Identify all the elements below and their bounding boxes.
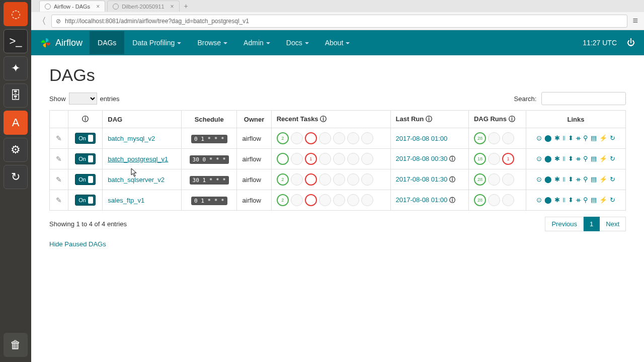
- last-run-link[interactable]: 2017-08-08 01:00: [396, 135, 448, 142]
- action-icon[interactable]: ✱: [554, 175, 560, 184]
- status-circle[interactable]: 1: [305, 153, 317, 165]
- action-icon[interactable]: ⊙: [536, 134, 542, 142]
- nav-browse[interactable]: Browse: [189, 31, 235, 54]
- status-circle[interactable]: [502, 194, 514, 206]
- status-circle[interactable]: [347, 194, 359, 206]
- status-circle[interactable]: 2: [277, 173, 289, 186]
- software-icon[interactable]: A: [4, 111, 28, 135]
- edit-icon[interactable]: ✎: [56, 134, 62, 142]
- schedule-badge[interactable]: 30 1 * * *: [190, 176, 229, 185]
- status-circle[interactable]: [361, 153, 373, 165]
- info-icon[interactable]: ⓘ: [449, 176, 455, 183]
- status-circle[interactable]: [488, 153, 500, 165]
- app-icon[interactable]: ✦: [4, 56, 28, 80]
- action-icon[interactable]: ✱: [554, 155, 560, 163]
- schedule-badge[interactable]: 0 1 * * *: [191, 135, 227, 143]
- status-circle[interactable]: 28: [474, 173, 486, 186]
- action-icon[interactable]: ⊙: [536, 196, 542, 204]
- updater-icon[interactable]: ↻: [4, 165, 28, 189]
- dag-toggle[interactable]: On: [75, 174, 96, 185]
- action-icon[interactable]: ▤: [591, 134, 597, 142]
- action-icon[interactable]: ⚡: [599, 134, 607, 142]
- schedule-badge[interactable]: 0 1 * * *: [191, 197, 227, 205]
- files-icon[interactable]: 🗄: [4, 83, 28, 108]
- menu-icon[interactable]: ≡: [632, 16, 638, 26]
- action-icon[interactable]: ᚑ: [576, 134, 581, 142]
- col-schedule[interactable]: Schedule: [182, 111, 237, 128]
- action-icon[interactable]: ▤: [591, 196, 597, 204]
- trash-icon[interactable]: 🗑: [4, 333, 28, 357]
- schedule-badge[interactable]: 30 0 * * *: [190, 155, 229, 164]
- status-circle[interactable]: [347, 173, 359, 186]
- action-icon[interactable]: ⬤: [544, 175, 552, 184]
- action-icon[interactable]: ⚲: [583, 175, 588, 184]
- status-circle[interactable]: [361, 132, 373, 144]
- action-icon[interactable]: ⚡: [599, 155, 607, 163]
- action-icon[interactable]: ⚲: [583, 134, 588, 142]
- terminal-icon[interactable]: >_: [4, 29, 28, 53]
- nav-docs[interactable]: Docs: [278, 31, 317, 54]
- dag-link[interactable]: batch_mysql_v2: [108, 135, 155, 142]
- browser-tab[interactable]: Dilbert-20050911 ×: [107, 1, 179, 12]
- dag-link[interactable]: sales_ftp_v1: [108, 197, 144, 204]
- edit-icon[interactable]: ✎: [56, 196, 62, 204]
- status-circle[interactable]: [291, 132, 303, 144]
- back-button[interactable]: 〈: [37, 15, 46, 27]
- status-circle[interactable]: [291, 173, 303, 186]
- status-circle[interactable]: [488, 173, 500, 186]
- status-circle[interactable]: 2: [277, 132, 289, 144]
- nav-data-profiling[interactable]: Data Profiling: [124, 31, 189, 54]
- edit-icon[interactable]: ✎: [56, 155, 62, 163]
- action-icon[interactable]: ✱: [554, 196, 560, 204]
- status-circle[interactable]: [502, 173, 514, 186]
- status-circle[interactable]: [305, 194, 317, 206]
- status-circle[interactable]: [361, 173, 373, 186]
- status-circle[interactable]: [319, 132, 331, 144]
- status-circle[interactable]: [291, 153, 303, 165]
- power-icon[interactable]: ⏻: [627, 38, 635, 47]
- dag-link[interactable]: batch_sqlserver_v2: [108, 176, 165, 184]
- settings-icon[interactable]: ⚙: [4, 138, 28, 162]
- action-icon[interactable]: ↻: [610, 155, 615, 163]
- close-icon[interactable]: ×: [171, 3, 174, 10]
- status-circle[interactable]: [333, 132, 345, 144]
- status-circle[interactable]: [333, 173, 345, 186]
- info-icon[interactable]: ⓘ: [449, 155, 455, 162]
- dag-toggle[interactable]: On: [75, 195, 96, 206]
- action-icon[interactable]: ᚑ: [576, 155, 581, 163]
- browser-tab-active[interactable]: Airflow - DAGs ×: [39, 1, 105, 12]
- status-circle[interactable]: [488, 132, 500, 144]
- status-circle[interactable]: 2: [277, 194, 289, 206]
- status-circle[interactable]: [333, 194, 345, 206]
- status-circle[interactable]: [319, 153, 331, 165]
- status-circle[interactable]: [277, 153, 289, 165]
- hide-paused-link[interactable]: Hide Paused DAGs: [49, 240, 106, 248]
- action-icon[interactable]: ⚲: [583, 196, 588, 204]
- last-run-link[interactable]: 2017-08-08 01:00: [396, 196, 448, 204]
- status-circle[interactable]: [502, 132, 514, 144]
- entries-select[interactable]: [69, 93, 97, 105]
- action-icon[interactable]: ⫴: [562, 196, 566, 204]
- action-icon[interactable]: ↻: [610, 134, 615, 142]
- status-circle[interactable]: [333, 153, 345, 165]
- action-icon[interactable]: ᚑ: [576, 175, 581, 184]
- status-circle[interactable]: [347, 132, 359, 144]
- airflow-brand[interactable]: Airflow: [40, 37, 83, 48]
- nav-dags[interactable]: DAGs: [90, 31, 124, 54]
- action-icon[interactable]: ⚡: [599, 175, 607, 184]
- edit-icon[interactable]: ✎: [56, 175, 62, 184]
- action-icon[interactable]: ⬍: [568, 134, 574, 142]
- close-icon[interactable]: ×: [96, 3, 100, 10]
- action-icon[interactable]: ⊙: [536, 175, 542, 184]
- action-icon[interactable]: ⬤: [544, 155, 552, 163]
- status-circle[interactable]: [488, 194, 500, 206]
- action-icon[interactable]: ↻: [610, 196, 615, 204]
- action-icon[interactable]: ⬤: [544, 196, 552, 204]
- status-circle[interactable]: [347, 153, 359, 165]
- status-circle[interactable]: [291, 194, 303, 206]
- action-icon[interactable]: ⚲: [583, 155, 588, 163]
- last-run-link[interactable]: 2017-08-08 00:30: [396, 155, 448, 162]
- info-icon[interactable]: ⓘ: [449, 197, 455, 204]
- pager-page[interactable]: 1: [584, 217, 600, 231]
- dag-toggle[interactable]: On: [75, 153, 96, 164]
